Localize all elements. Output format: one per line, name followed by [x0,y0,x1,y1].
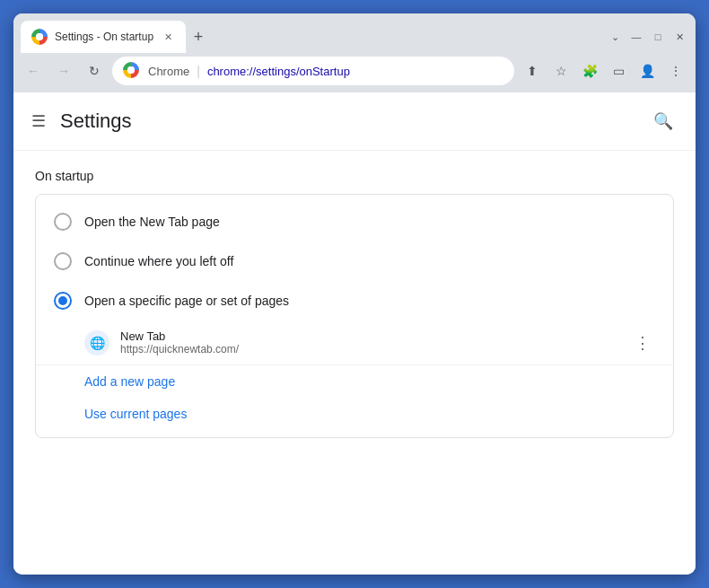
hamburger-icon[interactable]: ☰ [31,111,46,131]
page-entry[interactable]: 🌐 New Tab https://quicknewtab.com/ ⋮ [36,320,673,364]
browser-tab[interactable]: Settings - On startup ✕ [21,21,186,53]
option-continue[interactable]: Continue where you left off [36,241,673,281]
close-button[interactable]: ✕ [670,28,688,46]
radio-continue[interactable] [54,252,72,270]
more-options-icon[interactable]: ⋮ [630,330,655,355]
option-specific[interactable]: Open a specific page or set of pages [36,281,673,320]
page-info: New Tab https://quicknewtab.com/ [120,329,619,355]
address-separator: | [197,64,200,78]
extensions-icon[interactable]: 🧩 [577,58,602,83]
option-specific-label: Open a specific page or set of pages [84,294,289,308]
title-bar: Settings - On startup ✕ + ⌄ — □ ✕ [13,13,696,53]
forward-button[interactable]: → [51,58,76,83]
options-card: Open the New Tab page Continue where you… [35,194,674,438]
sidebar-toggle-icon[interactable]: ▭ [606,58,631,83]
radio-specific[interactable] [54,292,72,310]
settings-title-wrap: ☰ Settings [31,110,132,133]
address-bar[interactable]: Chrome | chrome://settings/onStartup [112,57,514,85]
radio-specific-inner [58,296,67,305]
section-label: On startup [35,169,674,183]
page-entry-icon: 🌐 [84,330,109,355]
chevron-down-icon[interactable]: ⌄ [606,28,624,46]
tab-favicon [31,29,48,45]
profile-icon[interactable]: 👤 [635,58,660,83]
add-page-anchor[interactable]: Add a new page [36,365,193,398]
maximize-button[interactable]: □ [649,28,667,46]
page-content: ☰ Settings 🔍 PC On startup Open the New … [13,92,696,575]
use-pages-anchor[interactable]: Use current pages [36,398,205,430]
window-controls: ⌄ — □ ✕ [606,28,688,46]
bookmark-icon[interactable]: ☆ [548,58,573,83]
menu-icon[interactable]: ⋮ [663,58,688,83]
address-text: chrome://settings/onStartup [207,65,503,78]
option-continue-label: Continue where you left off [84,254,233,268]
toolbar: ← → ↻ Chrome | chrome://settings/onStart… [13,53,696,92]
page-url: https://quicknewtab.com/ [120,343,619,355]
browser-window: Settings - On startup ✕ + ⌄ — □ ✕ ← → ↻ … [13,13,696,575]
radio-new-tab[interactable] [54,213,72,231]
back-button[interactable]: ← [21,58,46,83]
add-page-link[interactable]: Add a new page [36,365,673,398]
search-button[interactable]: 🔍 [649,107,678,136]
share-icon[interactable]: ⬆ [520,58,545,83]
toolbar-actions: ⬆ ☆ 🧩 ▭ 👤 ⋮ [520,58,688,83]
option-new-tab[interactable]: Open the New Tab page [36,202,673,241]
tab-close-button[interactable]: ✕ [161,30,175,44]
settings-header: ☰ Settings 🔍 [13,92,696,151]
minimize-button[interactable]: — [627,28,645,46]
site-icon [123,62,141,80]
use-pages-link[interactable]: Use current pages [36,398,673,430]
brand-label: Chrome [148,65,189,78]
new-tab-button[interactable]: + [186,24,211,49]
settings-body: PC On startup Open the New Tab page Cont… [13,151,696,456]
page-title: Settings [60,110,132,133]
reload-button[interactable]: ↻ [82,58,107,83]
option-new-tab-label: Open the New Tab page [84,215,220,229]
tab-title: Settings - On startup [55,31,153,43]
page-name: New Tab [120,329,619,343]
